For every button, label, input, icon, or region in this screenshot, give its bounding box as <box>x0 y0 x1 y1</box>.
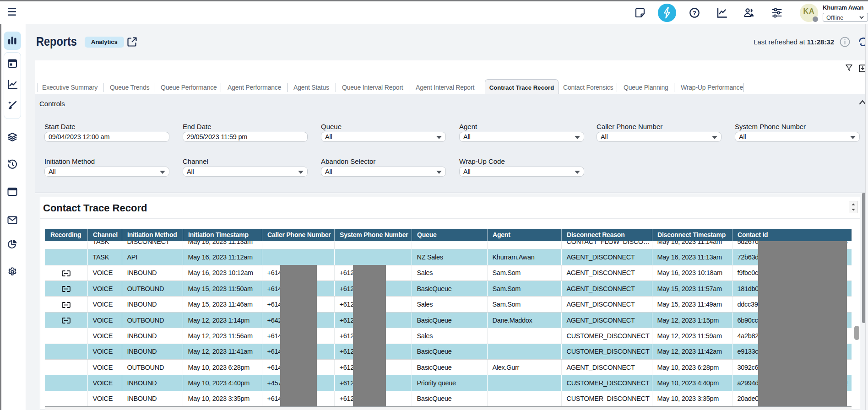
svg-text:?: ? <box>693 10 696 16</box>
